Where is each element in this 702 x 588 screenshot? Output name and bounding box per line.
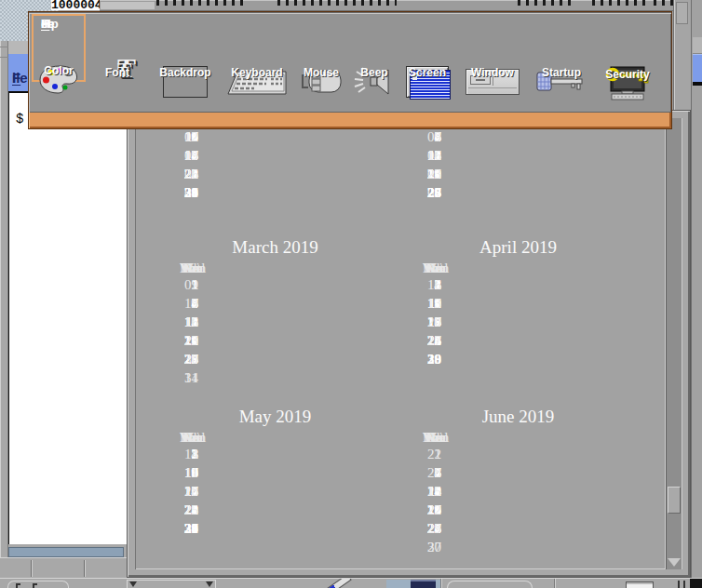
month-title: May 2019 (180, 407, 371, 427)
tool-label: Backdrop (159, 66, 210, 79)
background-window-top-edge (100, 0, 673, 11)
top-inset (101, 2, 155, 9)
panel-icon-fragment[interactable] (7, 581, 69, 588)
tool-label: Startup (542, 66, 581, 79)
tool-keyboard[interactable]: Keyboard (230, 14, 284, 82)
scrollbar-thumb[interactable] (693, 54, 702, 82)
day-cell: 15 (423, 482, 447, 501)
calendar-window: 0267891011120313141516171819042021222324… (127, 110, 691, 578)
tool-label: Screen (409, 66, 446, 79)
day-cell: 30 (423, 538, 447, 556)
truncated-text-marks (156, 0, 246, 6)
panel-icon-arrows-fragment[interactable] (127, 580, 216, 588)
scrollbar-thumb[interactable] (668, 487, 681, 514)
day-cell: 31 (180, 519, 204, 538)
day-cell: 22 (423, 501, 447, 519)
day-header: Sat (423, 428, 447, 447)
menu-file[interactable]: File (12, 70, 28, 86)
tool-startup[interactable]: Startup (534, 14, 588, 82)
day-cell: 25 (180, 501, 204, 519)
background-window-scrollbar[interactable] (691, 0, 702, 588)
tool-backdrop[interactable]: Backdrop (158, 14, 212, 82)
scrollbar-track (693, 37, 702, 54)
day-header: Sat (180, 428, 204, 447)
tool-label: Mouse (304, 66, 339, 79)
terminal-output[interactable]: $ (8, 91, 128, 544)
window-body: File Help ColorTTTFontBackdropKeyboardMo… (29, 12, 671, 113)
panel-divider (440, 579, 442, 588)
desktop: 1000004C File $ 0267891 (0, 0, 702, 588)
tool-label: Keyboard (231, 66, 282, 79)
day-cell: 29 (423, 519, 447, 538)
month-june-2019: June 2019WkSunMonTueWedThuFriSat22123234… (423, 118, 614, 569)
scroll-down-arrow[interactable] (668, 555, 681, 568)
tool-security[interactable]: Security (601, 19, 655, 84)
truncated-text-marks (518, 0, 572, 6)
day-cell: 4 (180, 445, 204, 463)
tool-window[interactable]: Window (466, 14, 520, 82)
day-cell: 18 (180, 482, 204, 501)
resize-corner[interactable] (0, 47, 8, 58)
tool-mouse[interactable]: Mouse (294, 14, 348, 82)
tool-label: Beep (360, 66, 387, 79)
style-manager-window: Style Manager File Help ColorTTTFontBack… (28, 11, 672, 129)
calendar-content: 0267891011120313141516171819042021222324… (135, 118, 666, 569)
tool-beep[interactable]: Beep (347, 14, 401, 82)
panel-icon-fragment[interactable] (447, 581, 533, 588)
month-may-2019: May 2019WkSunMonTueWedThuFriSat181234195… (180, 118, 371, 569)
month-title: June 2019 (423, 407, 614, 427)
tool-screen[interactable]: Screen (400, 14, 454, 82)
window-frame-left[interactable] (0, 41, 8, 578)
mini-window-icon[interactable] (626, 581, 654, 588)
vertical-scrollbar[interactable] (666, 118, 682, 569)
truncated-text-marks (592, 0, 650, 6)
tool-label: Color (44, 64, 73, 77)
panel-divider (554, 579, 556, 588)
scrollbar-shadow (693, 82, 702, 86)
frame-section-divider (31, 560, 33, 577)
window-frame-bottom[interactable] (0, 557, 128, 578)
pencil-icon[interactable] (324, 579, 352, 588)
truncated-text-marks (277, 0, 397, 6)
frame-section-divider (84, 560, 86, 577)
workspace-switcher-fragment[interactable] (386, 580, 442, 588)
day-cell: 8 (423, 463, 447, 482)
toolbar: ColorTTTFontBackdropKeyboardMouseBeepScr… (29, 12, 671, 90)
tool-label: Window (471, 66, 514, 79)
panel-corner (690, 579, 702, 588)
tool-color[interactable]: Color (32, 14, 86, 82)
background-window-text-fragment: 1000004C (51, 0, 100, 10)
tool-label: Font (105, 66, 129, 79)
tool-label: Security (605, 68, 649, 81)
front-panel (0, 578, 702, 588)
tool-font[interactable]: TTTFont (90, 14, 144, 82)
horizontal-scrollbar[interactable] (8, 547, 124, 557)
day-cell: 11 (180, 463, 204, 482)
shell-prompt: $ (16, 112, 23, 127)
resize-corner (676, 2, 688, 24)
panel-marks (678, 581, 685, 588)
day-cell: 1 (423, 445, 447, 463)
